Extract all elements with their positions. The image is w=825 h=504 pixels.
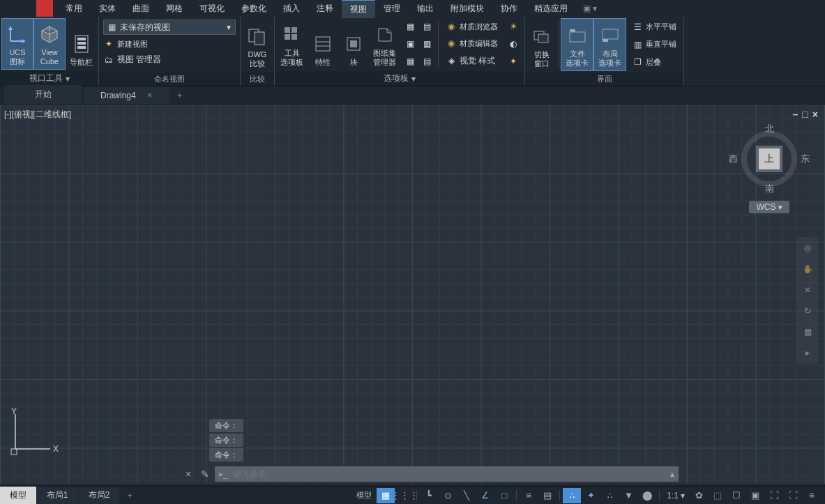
layer-mgr-icon[interactable]: ▦: [403, 54, 417, 68]
count-palette-icon[interactable]: ▦: [403, 20, 417, 33]
menu-manage[interactable]: 管理: [375, 0, 409, 17]
app-icon[interactable]: [36, 0, 53, 17]
viewport-label[interactable]: [-][俯视][二维线框]: [4, 109, 71, 121]
layout-tab-add[interactable]: +: [120, 488, 139, 503]
layout-tab-2[interactable]: 布局2: [79, 487, 120, 504]
status-customize-icon[interactable]: ≡: [803, 488, 821, 503]
wcs-dropdown[interactable]: WCS ▾: [749, 201, 789, 213]
status-annotation-monitor-icon[interactable]: ⬚: [709, 488, 727, 503]
menu-surface[interactable]: 曲面: [124, 0, 158, 17]
compass-south[interactable]: 南: [765, 183, 774, 195]
ucs-origin-icon[interactable]: YX: [10, 407, 59, 456]
properties-button[interactable]: 特性: [308, 18, 338, 70]
viewport-tools-panel-label[interactable]: 视口工具▾: [0, 71, 98, 86]
status-units-icon[interactable]: ☐: [727, 488, 745, 503]
doc-tab-drawing4[interactable]: Drawing4×: [84, 86, 169, 104]
ucs-icon-button[interactable]: UCS 图标: [1, 18, 33, 70]
material-browser-button[interactable]: ◉材质浏览器: [443, 19, 501, 34]
menu-visualize[interactable]: 可视化: [191, 0, 233, 17]
menu-addons[interactable]: 附加模块: [442, 0, 492, 17]
view-manager-button[interactable]: 🗂视图 管理器: [100, 52, 239, 68]
command-dropdown-icon[interactable]: ▴: [670, 469, 674, 479]
status-selection-cycling-icon[interactable]: ⛬: [563, 488, 581, 503]
light-icon[interactable]: ✦: [506, 54, 520, 68]
status-selection-filter-icon[interactable]: ▼: [619, 488, 637, 503]
status-isodraft-icon[interactable]: ╲: [457, 488, 476, 503]
palettes-panel-label[interactable]: 选项板▾: [275, 71, 524, 86]
status-snap-icon[interactable]: ⋮⋮⋮: [395, 488, 414, 503]
status-3dosnap-icon[interactable]: ✦: [582, 488, 600, 503]
doc-tab-start[interactable]: 开始: [4, 85, 82, 104]
drawing-canvas[interactable]: [-][俯视][二维线框] – □ × 北 南 东 西 上 WCS ▾ ◎ ✋ …: [0, 105, 825, 484]
switch-window-button[interactable]: 切换 窗口: [527, 18, 557, 71]
status-cleanscreen-icon[interactable]: ⛶: [784, 488, 802, 503]
maximize-icon[interactable]: □: [802, 109, 808, 120]
minimize-icon[interactable]: –: [793, 109, 798, 120]
compass-north[interactable]: 北: [765, 123, 774, 135]
close-icon[interactable]: ×: [147, 90, 153, 100]
status-qprops-icon[interactable]: ▣: [746, 488, 764, 503]
layout-tab-model[interactable]: 模型: [0, 487, 36, 504]
calc-icon[interactable]: ▤: [420, 54, 434, 68]
status-lineweight-icon[interactable]: ≡: [520, 488, 538, 503]
dwg-compare-button[interactable]: DWG 比较: [242, 18, 273, 71]
pan-icon[interactable]: ✋: [801, 262, 815, 276]
compass-east[interactable]: 东: [801, 153, 810, 165]
command-line-icon[interactable]: ▤: [420, 20, 434, 33]
layout-tab-1[interactable]: 布局1: [37, 487, 78, 504]
close-icon[interactable]: ×: [812, 109, 818, 120]
status-osnap-tracking-icon[interactable]: ∠: [476, 488, 494, 503]
render-icon[interactable]: ◐: [506, 37, 520, 51]
sheetset-button[interactable]: 图纸集 管理器: [369, 18, 400, 70]
orbit-icon[interactable]: ↻: [801, 304, 815, 318]
menu-view[interactable]: 视图: [342, 0, 375, 18]
menu-insert[interactable]: 插入: [275, 0, 308, 17]
status-hardware-accel-icon[interactable]: ⛶: [765, 488, 783, 503]
doc-tab-add[interactable]: +: [170, 87, 189, 104]
showmotion-icon[interactable]: ▦: [801, 325, 815, 339]
command-close-icon[interactable]: ×: [181, 468, 195, 480]
compass-west[interactable]: 西: [729, 153, 738, 165]
status-polar-icon[interactable]: ⊙: [439, 488, 457, 503]
status-annotation-scale[interactable]: 1:1▾: [663, 488, 689, 503]
menu-annotate[interactable]: 注释: [308, 0, 342, 17]
status-workspace-icon[interactable]: ✿: [690, 488, 708, 503]
command-config-icon[interactable]: ✎: [198, 468, 212, 480]
zoom-extents-icon[interactable]: ✕: [801, 283, 815, 297]
status-osnap-2d-icon[interactable]: □: [495, 488, 513, 503]
blocks-button[interactable]: 块: [338, 18, 369, 70]
menu-common[interactable]: 常用: [57, 0, 91, 17]
nav-play-icon[interactable]: ▸: [801, 346, 815, 360]
navbar-button[interactable]: 导航栏: [66, 18, 97, 70]
status-dynamic-ucs-icon[interactable]: ⛬: [600, 488, 619, 503]
menu-parametric[interactable]: 参数化: [233, 0, 275, 17]
visual-style-button[interactable]: ◈视觉 样式: [443, 53, 501, 69]
status-gizmo-icon[interactable]: ⬤: [638, 488, 656, 503]
cascade-button[interactable]: ❐层叠: [629, 54, 679, 70]
status-ortho-icon[interactable]: ┗: [420, 488, 438, 503]
sun-icon[interactable]: ☀: [506, 20, 520, 33]
menu-featured[interactable]: 精选应用: [526, 0, 576, 17]
steering-wheel-icon[interactable]: ◎: [801, 241, 815, 255]
markup-icon[interactable]: ▦: [420, 37, 434, 51]
menu-overflow-icon[interactable]: ▣ ▾: [583, 3, 597, 13]
layout-tabs-button[interactable]: 布局 选项卡: [593, 18, 626, 71]
status-model-toggle[interactable]: 模型: [352, 488, 376, 503]
menu-mesh[interactable]: 网格: [158, 0, 191, 17]
viewcube-button[interactable]: View Cube: [33, 18, 66, 70]
compass-ring[interactable]: 北 南 东 西 上: [736, 125, 803, 192]
tile-horizontal-button[interactable]: ☰水平平铺: [629, 20, 679, 35]
menu-output[interactable]: 输出: [409, 0, 442, 17]
material-editor-button[interactable]: ◉材质编辑器: [443, 36, 501, 51]
menu-solid[interactable]: 实体: [91, 0, 124, 17]
menu-collab[interactable]: 协作: [492, 0, 526, 17]
file-tabs-button[interactable]: 文件 选项卡: [561, 18, 593, 71]
viewcube-top-face[interactable]: 上: [759, 148, 780, 169]
new-view-button[interactable]: ✦新建视图: [100, 36, 239, 52]
saved-views-dropdown[interactable]: ▦未保存的视图 ▾: [103, 20, 236, 35]
tile-vertical-button[interactable]: ▥垂直平铺: [629, 37, 679, 52]
tool-palette-button[interactable]: 工具 选项板: [276, 18, 308, 70]
design-center-icon[interactable]: ▣: [403, 37, 417, 51]
command-input-box[interactable]: ▸_ ▴: [215, 466, 679, 482]
command-input[interactable]: [232, 469, 666, 479]
